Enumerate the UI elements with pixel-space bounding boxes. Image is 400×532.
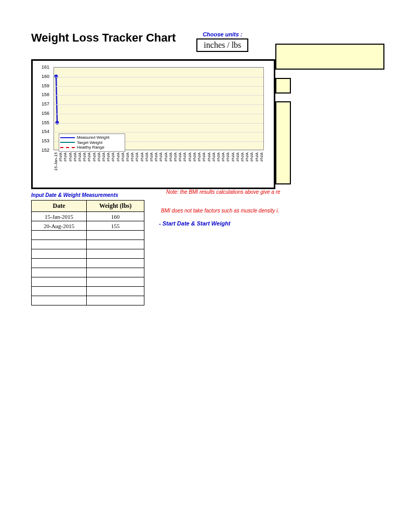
y-tick: 154: [42, 129, 49, 134]
y-tick: 161: [42, 64, 49, 70]
y-tick: 153: [42, 138, 49, 143]
info-box-3: [275, 101, 291, 184]
y-tick: 156: [42, 111, 49, 116]
table-row[interactable]: [32, 296, 144, 305]
x-tick: #N/A: [121, 152, 125, 183]
units-label: Choose units :: [196, 31, 248, 37]
cell-weight[interactable]: [87, 249, 144, 259]
cell-date[interactable]: [32, 231, 87, 240]
x-tick: #N/A: [173, 152, 178, 183]
x-tick: #N/A: [216, 152, 221, 183]
y-tick: 157: [42, 101, 49, 107]
cell-weight[interactable]: [87, 287, 144, 296]
x-tick: #N/A: [87, 152, 91, 183]
x-tick: #N/A: [197, 152, 202, 183]
y-tick: 160: [42, 74, 49, 79]
table-row[interactable]: [32, 249, 144, 259]
cell-weight[interactable]: [87, 240, 144, 249]
cell-date[interactable]: 15-Jan-2015: [32, 212, 87, 221]
x-tick: #N/A: [249, 152, 254, 183]
x-tick: #N/A: [178, 152, 182, 183]
cell-date[interactable]: [32, 259, 87, 268]
x-tick: #N/A: [77, 152, 82, 183]
x-tick: #N/A: [192, 152, 197, 183]
cell-weight[interactable]: [87, 296, 144, 305]
cell-date[interactable]: [32, 249, 87, 259]
bmi-note-1: Note: the BMI results calculations above…: [166, 189, 281, 195]
info-box-1: [275, 44, 384, 70]
legend-measured: Measured Weight: [77, 135, 110, 140]
cell-date[interactable]: [32, 268, 87, 277]
bmi-note-2: BMI does not take factors such as muscle…: [161, 208, 279, 214]
col-date: Date: [32, 201, 87, 212]
x-tick: #N/A: [182, 152, 187, 183]
units-select[interactable]: inches / lbs: [196, 38, 248, 52]
x-tick: #N/A: [125, 152, 130, 183]
table-row[interactable]: 15-Jan-2015160: [32, 212, 144, 221]
x-tick: #N/A: [111, 152, 115, 183]
x-tick: #N/A: [154, 152, 158, 183]
x-tick: #N/A: [116, 152, 121, 183]
cell-date[interactable]: [32, 296, 87, 305]
x-tick: #N/A: [82, 152, 87, 183]
cell-date[interactable]: [32, 277, 87, 287]
y-tick: 158: [42, 92, 49, 97]
cell-weight[interactable]: [87, 277, 144, 287]
x-tick: #N/A: [149, 152, 154, 183]
table-row[interactable]: 20-Aug-2015155: [32, 221, 144, 231]
cell-date[interactable]: 20-Aug-2015: [32, 221, 87, 231]
table-row[interactable]: [32, 277, 144, 287]
cell-weight[interactable]: [87, 268, 144, 277]
x-tick: #N/A: [135, 152, 139, 183]
x-tick: #N/A: [58, 152, 63, 183]
x-axis-ticks: 15-Jan-15#N/A#N/A#N/A#N/A#N/A#N/A#N/A#N/…: [54, 152, 264, 183]
x-tick: #N/A: [63, 152, 68, 183]
y-tick: 155: [42, 120, 49, 125]
x-tick: #N/A: [240, 152, 245, 183]
legend-healthy: Healthy Range: [77, 145, 104, 150]
y-tick: 159: [42, 83, 49, 88]
table-row[interactable]: [32, 268, 144, 277]
x-tick: #N/A: [231, 152, 235, 183]
chart-legend: Measured Weight Target Weight Healthy Ra…: [59, 134, 125, 152]
x-tick: #N/A: [144, 152, 149, 183]
cell-weight[interactable]: [87, 259, 144, 268]
info-box-2: [275, 78, 291, 94]
cell-weight[interactable]: 155: [87, 221, 144, 231]
weight-chart: 152153154155156157158159160161 Measured …: [31, 59, 275, 189]
x-tick: #N/A: [235, 152, 240, 183]
table-row[interactable]: [32, 240, 144, 249]
measurements-table: Date Weight (lbs) 15-Jan-201516020-Aug-2…: [31, 200, 144, 305]
x-tick: #N/A: [168, 152, 173, 183]
x-tick: #N/A: [202, 152, 206, 183]
cell-date[interactable]: [32, 287, 87, 296]
x-tick: #N/A: [221, 152, 225, 183]
start-date-hint: - Start Date & Start Weight: [159, 220, 230, 227]
x-tick: #N/A: [68, 152, 73, 183]
x-tick: #N/A: [255, 152, 259, 183]
x-tick: #N/A: [188, 152, 192, 183]
col-weight: Weight (lbs): [87, 201, 144, 212]
cell-weight[interactable]: [87, 231, 144, 240]
x-tick: #N/A: [245, 152, 249, 183]
x-tick: #N/A: [97, 152, 101, 183]
x-tick: #N/A: [164, 152, 168, 183]
table-row[interactable]: [32, 259, 144, 268]
x-tick: #N/A: [92, 152, 97, 183]
x-tick: #N/A: [225, 152, 230, 183]
x-tick: #N/A: [101, 152, 106, 183]
page-title: Weight Loss Tracker Chart: [31, 31, 176, 45]
x-tick: #N/A: [140, 152, 144, 183]
x-tick: #N/A: [259, 152, 264, 183]
x-tick: #N/A: [106, 152, 111, 183]
cell-weight[interactable]: 160: [87, 212, 144, 221]
x-tick: #N/A: [130, 152, 135, 183]
x-tick: #N/A: [158, 152, 163, 183]
legend-target: Target Weight: [77, 140, 102, 145]
cell-date[interactable]: [32, 240, 87, 249]
x-tick: 15-Jan-15: [54, 152, 58, 183]
table-row[interactable]: [32, 231, 144, 240]
y-tick: 152: [42, 148, 49, 153]
x-tick: #N/A: [211, 152, 216, 183]
table-row[interactable]: [32, 287, 144, 296]
